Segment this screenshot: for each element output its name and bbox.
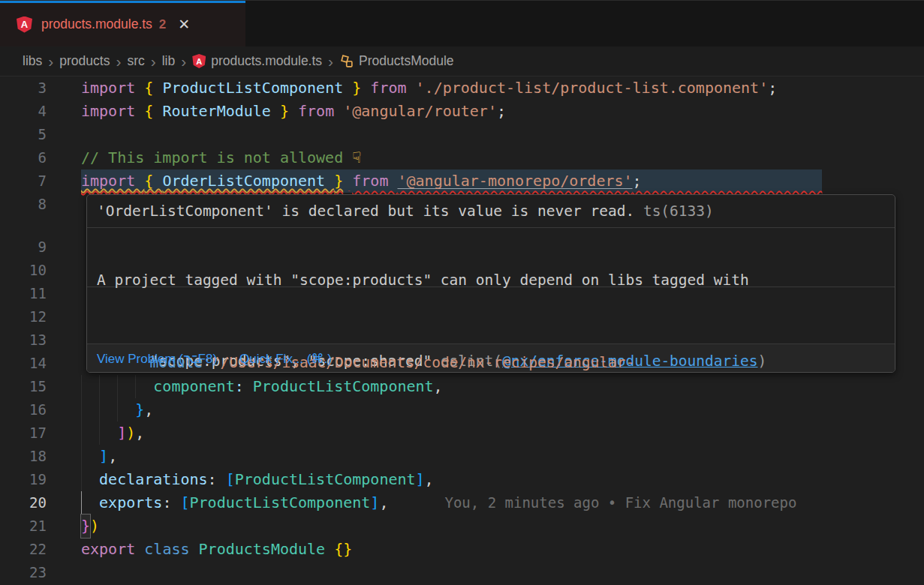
code-line-17: 17]), bbox=[0, 422, 924, 445]
hover-diagnostic-ts: 'OrderListComponent' is declared but its… bbox=[87, 195, 895, 228]
line-number: 8 bbox=[0, 193, 47, 216]
code-token: import bbox=[81, 100, 144, 123]
code-token-group-link-under: '@angular-monorepo/orders' bbox=[397, 172, 632, 190]
angular-icon: A bbox=[192, 54, 206, 68]
code-token: '@angular/router' bbox=[343, 100, 497, 123]
code-token: class bbox=[144, 538, 198, 561]
breadcrumb-file[interactable]: Aproducts.module.ts bbox=[192, 53, 322, 69]
line-number: 22 bbox=[0, 538, 47, 561]
code-token: '@angular-monorepo/orders' bbox=[397, 172, 632, 190]
line-number: 14 bbox=[0, 352, 47, 375]
code-token: OrderListComponent bbox=[162, 172, 334, 190]
tab-bar: A products.module.ts 2 ✕ bbox=[0, 0, 924, 46]
code-line-20: 20exports: [ProductListComponent],You, 2… bbox=[0, 491, 924, 514]
code-token: ] bbox=[416, 468, 425, 491]
hover-diagnostic-eslint: A project tagged with "scope:products" c… bbox=[87, 228, 895, 287]
quick-fix-action[interactable]: Quick Fix... (⌘.) bbox=[239, 351, 332, 367]
line-number: 3 bbox=[0, 76, 47, 100]
code-content[interactable]: import { RouterModule } from '@angular/r… bbox=[81, 100, 506, 123]
code-token: [ bbox=[226, 468, 235, 491]
code-token: } bbox=[334, 172, 343, 190]
code-content[interactable]: component: ProductListComponent, bbox=[81, 375, 443, 398]
code-content[interactable]: import { OrderListComponent } from '@ang… bbox=[81, 170, 822, 193]
breadcrumb-folder-lib[interactable]: lib bbox=[162, 53, 176, 69]
hover-module-info: module "/Users/isaac/Documents/code/nx-r… bbox=[87, 287, 895, 344]
code-token: ; bbox=[768, 76, 777, 100]
symbol-class-icon bbox=[339, 54, 354, 68]
indent-guide bbox=[117, 375, 135, 398]
code-token: { bbox=[144, 100, 162, 123]
code-token: } bbox=[81, 514, 90, 538]
breadcrumb-file-label: products.module.ts bbox=[211, 53, 322, 69]
code-line-23: 23 bbox=[0, 561, 924, 584]
code-line-21: 21}) bbox=[0, 514, 924, 538]
code-content[interactable]: ]), bbox=[81, 422, 144, 445]
indent-guide bbox=[99, 398, 117, 422]
code-token: ProductListComponent bbox=[162, 76, 352, 100]
code-token: : bbox=[162, 491, 180, 514]
code-token: import bbox=[81, 172, 144, 190]
code-token: , bbox=[379, 491, 388, 514]
indent-guide bbox=[81, 398, 99, 422]
breadcrumb-folder-products[interactable]: products bbox=[59, 53, 110, 69]
code-content[interactable]: export class ProductsModule {} bbox=[81, 538, 352, 561]
code-content[interactable]: exports: [ProductListComponent],You, 2 m… bbox=[81, 491, 796, 514]
code-line-15: 15component: ProductListComponent, bbox=[0, 375, 924, 398]
indent-guide bbox=[81, 491, 99, 514]
code-token: } bbox=[280, 100, 298, 123]
code-line-19: 19declarations: [ProductListComponent], bbox=[0, 468, 924, 491]
code-content[interactable]: declarations: [ProductListComponent], bbox=[81, 468, 434, 491]
diagnostic-source: ts(6133) bbox=[643, 202, 714, 220]
close-icon[interactable]: ✕ bbox=[178, 17, 190, 32]
code-token-group-warn-seg: import { OrderListComponent } bbox=[81, 172, 343, 190]
code-content[interactable]: }) bbox=[81, 514, 99, 538]
breadcrumb-folder-libs[interactable]: libs bbox=[23, 53, 42, 69]
line-number: 17 bbox=[0, 422, 47, 445]
code-token: { bbox=[144, 76, 162, 100]
code-token: , bbox=[434, 375, 443, 398]
code-token: ProductListComponent bbox=[235, 468, 416, 491]
code-line-4: 4import { RouterModule } from '@angular/… bbox=[0, 100, 924, 123]
code-content[interactable]: // This import is not allowed ☟ bbox=[81, 146, 361, 170]
chevron-right-icon: › bbox=[116, 53, 121, 69]
line-number: 21 bbox=[0, 514, 47, 538]
line-number: 5 bbox=[0, 123, 47, 146]
line-number: 13 bbox=[0, 328, 47, 352]
code-token: './product-list/product-list.component' bbox=[416, 76, 769, 100]
line-number: 18 bbox=[0, 445, 47, 468]
code-token: from bbox=[298, 100, 343, 123]
code-token: // This import is not allowed bbox=[81, 146, 352, 170]
code-line-6: 6// This import is not allowed ☟ bbox=[0, 146, 924, 170]
indent-guide bbox=[99, 375, 117, 398]
indent-guide bbox=[81, 445, 99, 468]
breadcrumb: libs›products›src›lib›Aproducts.module.t… bbox=[0, 46, 924, 76]
code-line-7: 7import { OrderListComponent } from '@an… bbox=[0, 170, 924, 193]
code-token: declarations bbox=[99, 468, 208, 491]
code-content[interactable]: import { ProductListComponent } from './… bbox=[81, 76, 777, 100]
code-token: , bbox=[135, 422, 144, 445]
code-token: import bbox=[81, 76, 144, 100]
code-token: RouterModule bbox=[162, 100, 280, 123]
code-line-18: 18], bbox=[0, 445, 924, 468]
code-content[interactable]: }, bbox=[81, 398, 153, 422]
breadcrumb-symbol-label: ProductsModule bbox=[359, 53, 453, 69]
tab-problem-count: 2 bbox=[159, 17, 166, 32]
code-token: : bbox=[235, 375, 244, 398]
code-token: , bbox=[425, 468, 434, 491]
indent-guide bbox=[135, 375, 153, 398]
line-number: 12 bbox=[0, 305, 47, 328]
breadcrumb-symbol[interactable]: ProductsModule bbox=[339, 53, 453, 69]
indent-guide bbox=[81, 422, 99, 445]
tab-title: products.module.ts bbox=[41, 16, 152, 32]
chevron-right-icon: › bbox=[328, 53, 333, 69]
breadcrumb-folder-src[interactable]: src bbox=[127, 53, 144, 69]
code-token: ] bbox=[370, 491, 379, 514]
line-number: 9 bbox=[0, 236, 47, 259]
line-number: 20 bbox=[0, 491, 47, 514]
code-token: } bbox=[352, 76, 370, 100]
view-problem-action[interactable]: View Problem (⌥F8) bbox=[97, 351, 217, 367]
code-content[interactable]: ], bbox=[81, 445, 117, 468]
code-token: ] bbox=[117, 422, 126, 445]
line-number: 10 bbox=[0, 259, 47, 282]
tab-products-module[interactable]: A products.module.ts 2 ✕ bbox=[0, 2, 245, 47]
